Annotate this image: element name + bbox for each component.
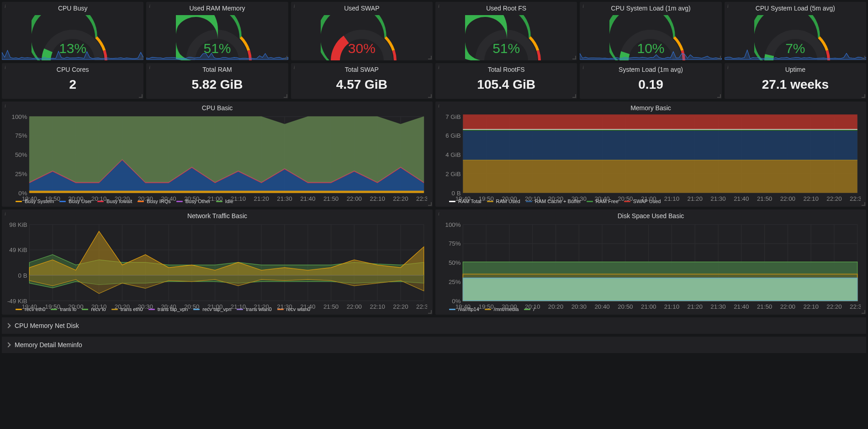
info-icon[interactable]: i: [5, 103, 6, 108]
stat-value: 0.19: [580, 74, 721, 99]
svg-text:21:50: 21:50: [323, 303, 339, 310]
info-icon[interactable]: i: [438, 211, 439, 216]
resize-handle[interactable]: [428, 310, 432, 314]
resize-handle[interactable]: [139, 56, 143, 59]
info-icon[interactable]: i: [294, 65, 295, 70]
gauge-panel[interactable]: i Used Root FS 51%: [435, 2, 577, 60]
memory-basic-panel[interactable]: i Memory Basic 0 B2 GiB4 GiB6 GiB7 GiB19…: [435, 102, 866, 207]
resize-handle[interactable]: [284, 56, 287, 59]
gauge: 51%: [460, 17, 552, 56]
svg-text:22:10: 22:10: [804, 303, 819, 310]
svg-text:22:10: 22:10: [370, 303, 385, 310]
svg-text:21:30: 21:30: [277, 303, 292, 310]
info-icon[interactable]: i: [438, 4, 439, 9]
svg-text:20:50: 20:50: [184, 303, 199, 310]
row-memory-detail-meminfo[interactable]: Memory Detail Meminfo: [2, 337, 866, 353]
cpu-basic-panel[interactable]: i CPU Basic 0%25%50%75%100%19:4019:5020:…: [2, 102, 433, 207]
panel-title: Total SWAP: [291, 63, 433, 74]
panel-title: Used RAM Memory: [146, 2, 288, 13]
svg-text:4 GiB: 4 GiB: [445, 151, 460, 158]
info-icon[interactable]: i: [149, 65, 150, 70]
svg-text:20:50: 20:50: [618, 303, 633, 310]
panel-title: Total RootFS: [435, 63, 577, 74]
resize-handle[interactable]: [428, 56, 432, 59]
info-icon[interactable]: i: [727, 4, 729, 9]
svg-text:20:20: 20:20: [115, 303, 130, 310]
svg-text:20:30: 20:30: [138, 195, 153, 202]
svg-text:7 GiB: 7 GiB: [445, 114, 460, 120]
svg-text:75%: 75%: [449, 240, 461, 247]
svg-text:21:00: 21:00: [641, 303, 656, 310]
svg-text:22:00: 22:00: [347, 195, 362, 202]
resize-handle[interactable]: [717, 56, 721, 59]
panel-title: CPU System Load (5m avg): [725, 2, 866, 13]
network-traffic-basic-chart[interactable]: -49 KiB0 B49 KiB98 KiB19:4019:5020:0020:…: [7, 222, 427, 304]
info-icon[interactable]: i: [438, 103, 439, 108]
info-icon[interactable]: i: [438, 65, 439, 70]
resize-handle[interactable]: [284, 94, 287, 98]
svg-text:100%: 100%: [445, 222, 461, 228]
stat-panel[interactable]: i Uptime 27.1 weeks: [725, 63, 866, 99]
svg-text:21:40: 21:40: [300, 303, 315, 310]
resize-handle[interactable]: [572, 94, 576, 98]
panel-title: Uptime: [725, 63, 866, 74]
gauge-panel[interactable]: i Used RAM Memory 51%: [146, 2, 288, 60]
stat-panel[interactable]: i Total SWAP 4.57 GiB: [291, 63, 433, 99]
info-icon[interactable]: i: [5, 211, 6, 216]
svg-text:21:20: 21:20: [254, 195, 269, 202]
svg-text:21:40: 21:40: [300, 195, 315, 202]
gauge-panel[interactable]: i CPU Busy 13%: [2, 2, 143, 60]
stat-panel[interactable]: i CPU Cores 2: [2, 63, 143, 99]
svg-text:20:40: 20:40: [161, 303, 176, 310]
resize-handle[interactable]: [428, 202, 432, 206]
svg-text:21:40: 21:40: [734, 303, 749, 310]
resize-handle[interactable]: [862, 56, 865, 59]
stat-value: 5.82 GiB: [146, 74, 288, 99]
svg-text:20:40: 20:40: [594, 195, 609, 202]
svg-text:21:00: 21:00: [207, 303, 222, 310]
row-title: CPU Memory Net Disk: [15, 322, 79, 329]
resize-handle[interactable]: [862, 202, 865, 206]
svg-text:21:10: 21:10: [664, 303, 679, 310]
resize-handle[interactable]: [139, 94, 143, 98]
sparkline: [580, 47, 721, 60]
info-icon[interactable]: i: [727, 65, 729, 70]
panel-title: Disk Space Used Basic: [435, 209, 866, 220]
disk-space-used-basic-panel[interactable]: i Disk Space Used Basic 0%25%50%75%100%1…: [435, 209, 866, 315]
sparkline: [725, 47, 866, 60]
stat-panel[interactable]: i System Load (1m avg) 0.19: [580, 63, 721, 99]
resize-handle[interactable]: [862, 94, 865, 98]
info-icon[interactable]: i: [5, 4, 6, 9]
svg-text:2 GiB: 2 GiB: [445, 171, 460, 177]
svg-text:19:40: 19:40: [455, 195, 471, 202]
stat-value: 4.57 GiB: [291, 74, 433, 99]
row-cpu-memory-net-disk[interactable]: CPU Memory Net Disk: [2, 317, 866, 334]
disk-space-used-basic-chart[interactable]: 0%25%50%75%100%19:4019:5020:0020:1020:20…: [441, 222, 861, 304]
gauge-panel[interactable]: i CPU System Load (5m avg) 7%: [725, 2, 866, 60]
stat-panel[interactable]: i Total RootFS 105.4 GiB: [435, 63, 577, 99]
svg-text:19:40: 19:40: [455, 303, 471, 310]
network-traffic-basic-panel[interactable]: i Network Traffic Basic -49 KiB0 B49 KiB…: [2, 209, 433, 315]
resize-handle[interactable]: [572, 56, 576, 59]
resize-handle[interactable]: [717, 94, 721, 98]
svg-text:21:30: 21:30: [710, 195, 725, 202]
svg-text:20:10: 20:10: [525, 195, 540, 202]
info-icon[interactable]: i: [5, 65, 6, 70]
resize-handle[interactable]: [862, 310, 865, 314]
info-icon[interactable]: i: [582, 65, 584, 70]
info-icon[interactable]: i: [149, 4, 150, 9]
info-icon[interactable]: i: [582, 4, 584, 9]
gauge-panel[interactable]: i CPU System Load (1m avg) 10%: [580, 2, 721, 60]
info-icon[interactable]: i: [294, 4, 295, 9]
cpu-basic-chart[interactable]: 0%25%50%75%100%19:4019:5020:0020:1020:20…: [7, 114, 427, 196]
stat-panel[interactable]: i Total RAM 5.82 GiB: [146, 63, 288, 99]
panel-title: CPU Busy: [2, 2, 143, 13]
resize-handle[interactable]: [428, 94, 432, 98]
svg-text:19:50: 19:50: [479, 303, 494, 310]
svg-text:49 KiB: 49 KiB: [9, 247, 27, 253]
memory-basic-chart[interactable]: 0 B2 GiB4 GiB6 GiB7 GiB19:4019:5020:0020…: [441, 114, 861, 196]
svg-text:19:40: 19:40: [22, 195, 37, 202]
svg-text:19:40: 19:40: [22, 303, 37, 310]
svg-text:22:30: 22:30: [850, 303, 861, 310]
gauge-panel[interactable]: i Used SWAP 30%: [291, 2, 433, 60]
